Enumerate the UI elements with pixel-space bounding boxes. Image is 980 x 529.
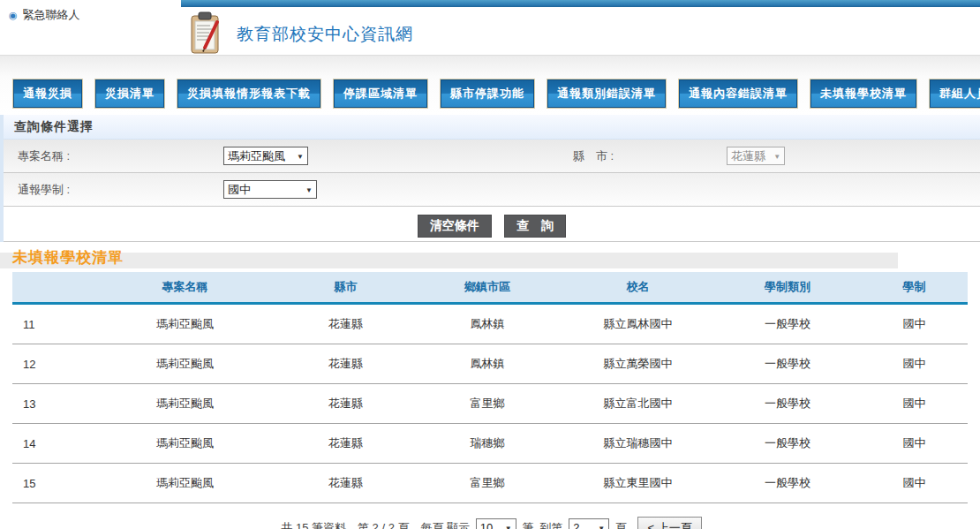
cell-school-type: 一般學校: [714, 344, 861, 384]
pagination-summary: 共 15 筆資料，第 2 / 2 頁，每頁 顯示: [281, 521, 470, 529]
cell-system: 國中: [861, 304, 968, 344]
nav-button-county-suspension[interactable]: 縣市停課功能: [440, 79, 535, 109]
cell-index: 13: [12, 384, 92, 424]
query-section-title: 查詢條件選擇: [14, 119, 94, 135]
cell-project: 瑪莉亞颱風: [92, 304, 278, 344]
nav-button-report-damage[interactable]: 通報災損: [12, 79, 83, 109]
cell-school-type: 一般學校: [714, 424, 861, 464]
cell-town: 鳳林鎮: [413, 304, 562, 344]
cell-index: 11: [12, 304, 92, 344]
project-name-label: 專案名稱 :: [18, 148, 223, 164]
table-row: 14 瑪莉亞颱風 花蓮縣 瑞穗鄉 縣立瑞穗國中 一般學校 國中: [12, 424, 968, 464]
table-row: 11 瑪莉亞颱風 花蓮縣 鳳林鎮 縣立鳳林國中 一般學校 國中: [12, 304, 968, 344]
col-header-school-type: 學制類別: [714, 272, 861, 304]
nav-button-unreported-schools[interactable]: 未填報學校清單: [810, 79, 917, 109]
school-system-label: 通報學制 :: [18, 182, 223, 198]
cell-school-type: 一般學校: [714, 384, 861, 424]
cell-town: 富里鄉: [413, 464, 562, 503]
cell-town: 瑞穗鄉: [413, 424, 562, 464]
cell-system: 國中: [861, 424, 968, 464]
pagination-middle-text: 筆, 到第: [522, 521, 562, 529]
query-action-row: 清空條件 查 詢: [4, 207, 980, 242]
cell-system: 國中: [861, 384, 968, 424]
cell-system: 國中: [861, 344, 968, 384]
col-header-project: 專案名稱: [92, 272, 278, 304]
query-title-bar: 查詢條件選擇: [4, 115, 980, 140]
previous-page-button[interactable]: < 上一頁: [637, 517, 701, 529]
school-system-select[interactable]: 國中: [223, 180, 317, 199]
cell-school: 縣立鳳林國中: [562, 304, 714, 344]
list-title: 未填報學校清單: [12, 247, 124, 268]
per-page-select-wrap: 10 ▼: [476, 518, 516, 529]
cell-county: 花蓮縣: [278, 464, 413, 503]
nav-button-group-members[interactable]: 群組人員設定: [929, 79, 980, 109]
table-row: 15 瑪莉亞颱風 花蓮縣 富里鄉 縣立東里國中 一般學校 國中: [12, 464, 968, 503]
cell-school-type: 一般學校: [714, 464, 861, 503]
top-blue-bar: [181, 0, 980, 7]
pagination-page-suffix: 頁: [615, 521, 627, 529]
clipboard-pen-icon: [185, 11, 226, 58]
project-name-select-wrap: 瑪莉亞颱風 ▼: [223, 147, 308, 165]
nav-band: 通報災損 災損清單 災損填報情形報表下載 停課區域清單 縣市停課功能 通報類別錯…: [0, 55, 980, 115]
unreported-schools-table: 專案名稱 縣市 鄉鎮市區 校名 學制類別 學制 11 瑪莉亞颱風 花蓮縣 鳳林鎮…: [12, 272, 968, 503]
goto-page-select-wrap: 2 ▼: [569, 518, 609, 529]
county-select-wrap: 花蓮縣 ▼: [727, 147, 785, 165]
col-header-school: 校名: [562, 272, 714, 304]
cell-county: 花蓮縣: [278, 304, 413, 344]
nav-button-row: 通報災損 災損清單 災損填報情形報表下載 停課區域清單 縣市停課功能 通報類別錯…: [12, 79, 980, 109]
cell-school: 縣立富北國中: [562, 384, 714, 424]
goto-page-select[interactable]: 2: [569, 518, 609, 529]
cell-county: 花蓮縣: [278, 424, 413, 464]
nav-button-content-error-list[interactable]: 通報內容錯誤清單: [678, 79, 798, 109]
list-title-band: 未填報學校清單: [0, 253, 898, 268]
cell-index: 14: [12, 424, 92, 464]
cell-school: 縣立瑞穗國中: [562, 424, 714, 464]
school-system-select-wrap: 國中 ▼: [223, 180, 317, 199]
col-header-index: [12, 272, 92, 304]
cell-county: 花蓮縣: [278, 344, 413, 384]
cell-project: 瑪莉亞颱風: [92, 384, 278, 424]
cell-index: 12: [12, 344, 92, 384]
emergency-contact-label: 緊急聯絡人: [23, 7, 80, 23]
page-header: ◉ 緊急聯絡人 教育部校安中心資訊網: [0, 0, 980, 55]
cell-school: 縣立萬榮國中: [562, 344, 714, 384]
table-header-row: 專案名稱 縣市 鄉鎮市區 校名 學制類別 學制: [12, 272, 968, 304]
nav-button-damage-list[interactable]: 災損清單: [94, 79, 165, 109]
query-row-project: 專案名稱 : 瑪莉亞颱風 ▼ 縣 市 : 花蓮縣 ▼: [4, 140, 980, 173]
cell-project: 瑪莉亞颱風: [92, 424, 278, 464]
cell-index: 15: [12, 464, 92, 503]
site-logo-row: 教育部校安中心資訊網: [185, 11, 413, 58]
nav-button-category-error-list[interactable]: 通報類別錯誤清單: [547, 79, 667, 109]
cell-project: 瑪莉亞颱風: [92, 344, 278, 384]
site-title: 教育部校安中心資訊網: [237, 23, 413, 46]
nav-button-class-suspension-area[interactable]: 停課區域清單: [333, 79, 428, 109]
project-name-select[interactable]: 瑪莉亞颱風: [223, 147, 308, 165]
col-header-town: 鄉鎮市區: [413, 272, 562, 304]
nav-button-damage-report-download[interactable]: 災損填報情形報表下載: [177, 79, 321, 109]
emergency-contact-link[interactable]: ◉ 緊急聯絡人: [9, 7, 80, 23]
county-label: 縣 市 :: [573, 148, 614, 164]
cell-project: 瑪莉亞颱風: [92, 464, 278, 503]
pagination-bar: 共 15 筆資料，第 2 / 2 頁，每頁 顯示 10 ▼ 筆, 到第 2 ▼ …: [0, 517, 980, 529]
query-section: 查詢條件選擇 專案名稱 : 瑪莉亞颱風 ▼ 縣 市 : 花蓮縣 ▼ 通報學制 :…: [0, 115, 980, 242]
table-row: 13 瑪莉亞颱風 花蓮縣 富里鄉 縣立富北國中 一般學校 國中: [12, 384, 968, 424]
cell-school: 縣立東里國中: [562, 464, 714, 503]
cell-town: 富里鄉: [413, 384, 562, 424]
cell-county: 花蓮縣: [278, 384, 413, 424]
clear-conditions-button[interactable]: 清空條件: [418, 215, 492, 238]
county-select[interactable]: 花蓮縣: [727, 147, 785, 165]
per-page-select[interactable]: 10: [476, 518, 516, 529]
col-header-county: 縣市: [278, 272, 413, 304]
query-row-school-system: 通報學制 : 國中 ▼: [4, 173, 980, 207]
cell-system: 國中: [861, 464, 968, 503]
col-header-system: 學制: [861, 272, 968, 304]
table-row: 12 瑪莉亞颱風 花蓮縣 鳳林鎮 縣立萬榮國中 一般學校 國中: [12, 344, 968, 384]
cell-school-type: 一般學校: [714, 304, 861, 344]
bullet-icon: ◉: [9, 11, 18, 20]
cell-town: 鳳林鎮: [413, 344, 562, 384]
search-button[interactable]: 查 詢: [504, 215, 566, 238]
